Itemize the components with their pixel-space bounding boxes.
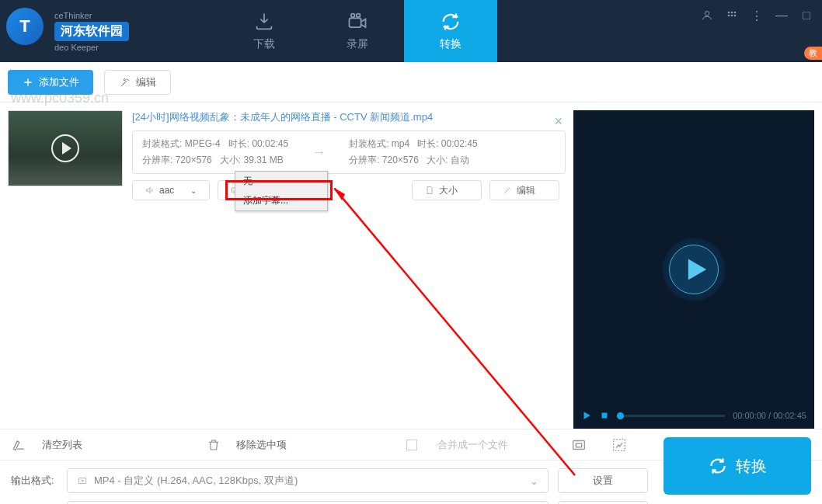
svg-rect-0	[350, 18, 361, 27]
preview-play-icon[interactable]	[659, 235, 729, 304]
menu-icon[interactable]: ⋮	[749, 8, 765, 23]
clear-list-button[interactable]: 清空列表	[42, 438, 82, 452]
tab-record[interactable]: 录屏	[311, 0, 404, 62]
toolbar: 添加文件 编辑	[0, 62, 822, 103]
logo-sub1: ceThinker	[54, 11, 92, 20]
window-controls: ⋮ — □	[699, 8, 814, 23]
app-header: T ceThinker 河东软件园 deo Keeper www.pc0359.…	[0, 0, 822, 62]
nav-tabs: 下载 录屏 转换	[218, 0, 497, 62]
svg-marker-22	[82, 480, 83, 481]
wand-icon	[119, 76, 131, 89]
crop-icon[interactable]	[611, 436, 628, 454]
maximize-icon[interactable]: □	[799, 8, 814, 23]
size-button[interactable]: 大小	[412, 180, 482, 200]
refresh-icon	[708, 456, 728, 476]
progress-bar[interactable]	[617, 415, 725, 417]
minimize-icon[interactable]: —	[774, 8, 789, 23]
trash-icon	[207, 438, 221, 452]
camera-icon	[347, 11, 368, 33]
convert-icon	[440, 11, 462, 33]
file-list: [24小时]网络视频乱象：未成年人的网络直播 - CCTV 新闻频道.mp4 封…	[0, 103, 573, 429]
svg-rect-17	[602, 413, 608, 419]
output-dir-select[interactable]: D:\tools\桌面\文件 ⌄	[67, 501, 549, 504]
output-format-label: 输出格式:	[11, 474, 57, 488]
tab-record-label: 录屏	[347, 37, 368, 51]
info-box: 封装格式: MPEG-4 时长: 00:02:45 分辨率: 720×576 大…	[132, 130, 566, 174]
svg-point-6	[734, 12, 737, 14]
logo-area: T ceThinker 河东软件园 deo Keeper	[0, 0, 218, 62]
download-icon	[253, 11, 275, 33]
settings-button[interactable]: 设置	[558, 468, 648, 493]
svg-point-3	[705, 12, 709, 16]
plus-icon	[22, 76, 34, 89]
merge-label: 合并成一个文件	[437, 438, 508, 452]
svg-point-8	[731, 15, 733, 17]
main-area: [24小时]网络视频乱象：未成年人的网络直播 - CCTV 新闻频道.mp4 封…	[0, 103, 822, 429]
svg-rect-21	[78, 478, 85, 484]
arrow-right-icon: →	[312, 144, 326, 161]
preview-controls: 00:00:00 / 00:02:45	[573, 402, 814, 429]
open-button[interactable]: 打开	[558, 501, 648, 504]
snapshot-icon[interactable]	[570, 436, 587, 454]
wand-icon	[503, 186, 512, 195]
logo-sub2: deo Keeper	[54, 43, 99, 52]
video-icon	[77, 475, 88, 486]
close-icon[interactable]: ×	[551, 110, 566, 133]
svg-rect-19	[576, 443, 581, 447]
audio-icon	[145, 186, 155, 195]
stop-icon[interactable]	[600, 411, 609, 420]
edit-button[interactable]: 编辑	[104, 70, 171, 95]
preview-panel: 00:00:00 / 00:02:45	[573, 110, 814, 429]
video-thumbnail[interactable]	[8, 110, 123, 186]
tab-download-label: 下载	[253, 37, 275, 51]
merge-checkbox[interactable]	[406, 440, 417, 450]
svg-rect-18	[573, 440, 585, 449]
tab-convert[interactable]: 转换	[404, 0, 497, 62]
logo-title: 河东软件园	[54, 22, 129, 41]
preview-time: 00:00:00 / 00:02:45	[733, 411, 806, 420]
item-edit-button[interactable]: 编辑	[489, 180, 559, 200]
dropdown-item-add-subtitle[interactable]: 添加字幕...	[235, 191, 327, 210]
svg-marker-16	[584, 412, 590, 419]
play-icon	[51, 134, 79, 162]
svg-point-9	[734, 15, 737, 17]
page-icon	[425, 186, 434, 195]
tab-download[interactable]: 下载	[218, 0, 311, 62]
video-title: [24小时]网络视频乱象：未成年人的网络直播 - CCTV 新闻频道.mp4	[132, 110, 566, 124]
broom-icon	[11, 437, 26, 453]
dropdown-item-none[interactable]: 无	[235, 172, 327, 191]
remove-selected-button[interactable]: 移除选中项	[236, 438, 287, 452]
svg-point-7	[728, 15, 730, 17]
convert-button[interactable]: 转换	[664, 437, 811, 495]
subtitle-dropdown: 无 添加字幕...	[235, 171, 328, 211]
output-format-select[interactable]: MP4 - 自定义 (H.264, AAC, 128Kbps, 双声道) ⌄	[67, 468, 549, 493]
tab-convert-label: 转换	[440, 37, 462, 51]
audio-select[interactable]: aac⌄	[132, 180, 210, 200]
svg-point-2	[357, 14, 360, 18]
user-icon[interactable]	[699, 8, 715, 23]
add-file-button[interactable]: 添加文件	[8, 70, 93, 95]
svg-point-1	[351, 14, 355, 18]
svg-point-4	[728, 12, 730, 14]
logo-badge: T	[6, 8, 44, 45]
grid-icon[interactable]	[724, 8, 740, 23]
tutorial-button[interactable]: 教	[804, 47, 822, 60]
svg-point-5	[731, 12, 733, 14]
play-icon[interactable]	[581, 410, 592, 421]
